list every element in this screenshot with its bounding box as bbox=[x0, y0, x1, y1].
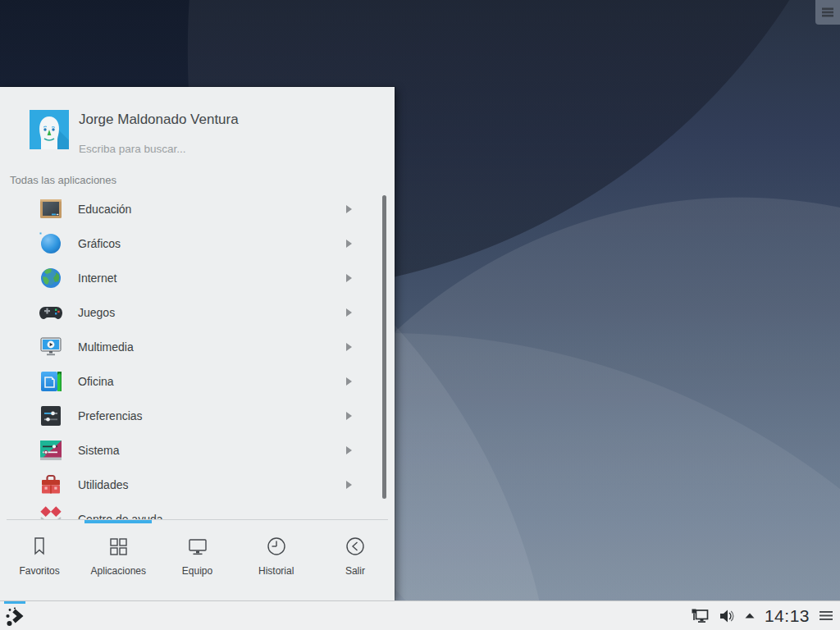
system-tray: 14:13 bbox=[691, 601, 833, 630]
computer-icon bbox=[185, 534, 210, 559]
hamburger-icon bbox=[821, 7, 834, 18]
tab-label: Equipo bbox=[182, 565, 212, 577]
tab-favoritos[interactable]: Favoritos bbox=[0, 520, 79, 600]
utilities-icon bbox=[38, 472, 64, 498]
category-item-sistema[interactable]: Sistema bbox=[0, 433, 395, 468]
app-item-centro-de-ayuda[interactable]: Centro de ayuda bbox=[0, 502, 395, 519]
wired-network-icon[interactable] bbox=[691, 608, 710, 624]
category-label: Educación bbox=[78, 203, 131, 216]
tab-label: Favoritos bbox=[19, 565, 59, 577]
desktop-toolbox-button[interactable] bbox=[815, 0, 840, 25]
category-item-juegos[interactable]: Juegos bbox=[0, 295, 395, 330]
clock-icon bbox=[264, 534, 289, 559]
launcher-active-indicator bbox=[4, 601, 25, 604]
submenu-arrow-icon bbox=[346, 412, 352, 420]
list-scrollbar[interactable] bbox=[382, 195, 386, 499]
multimedia-icon bbox=[38, 334, 64, 360]
tab-equipo[interactable]: Equipo bbox=[158, 520, 236, 600]
category-item-preferencias[interactable]: Preferencias bbox=[0, 399, 395, 433]
education-icon bbox=[38, 196, 64, 222]
category-label: Juegos bbox=[78, 306, 115, 319]
tab-label: Aplicaciones bbox=[91, 565, 146, 577]
games-icon bbox=[38, 299, 64, 326]
graphics-icon bbox=[38, 231, 64, 257]
category-label: Preferencias bbox=[78, 409, 143, 422]
digital-clock[interactable]: 14:13 bbox=[765, 606, 810, 626]
user-avatar[interactable] bbox=[30, 110, 69, 149]
taskbar-panel: 14:13 bbox=[0, 600, 840, 630]
category-item-graficos[interactable]: Gráficos bbox=[0, 226, 395, 261]
category-item-oficina[interactable]: Oficina bbox=[0, 364, 395, 399]
category-label: Utilidades bbox=[78, 478, 128, 491]
preferences-icon bbox=[38, 403, 64, 429]
app-label: Centro de ayuda bbox=[78, 513, 163, 519]
bookmark-icon bbox=[27, 534, 52, 559]
office-icon bbox=[38, 368, 64, 395]
submenu-arrow-icon bbox=[346, 377, 352, 386]
submenu-arrow-icon bbox=[346, 446, 352, 454]
leave-icon bbox=[343, 534, 368, 559]
category-label: Gráficos bbox=[78, 237, 121, 250]
category-item-educacion[interactable]: Educación bbox=[0, 192, 395, 226]
submenu-arrow-icon bbox=[346, 205, 352, 213]
overflow-menu-icon[interactable] bbox=[819, 609, 833, 622]
category-label: Oficina bbox=[78, 375, 114, 388]
search-input[interactable]: Escriba para buscar... bbox=[79, 143, 186, 155]
category-item-multimedia[interactable]: Multimedia bbox=[0, 330, 395, 364]
user-name: Jorge Maldonado Ventura bbox=[79, 112, 239, 128]
application-launcher-popup: Jorge Maldonado Ventura Escriba para bus… bbox=[0, 87, 395, 600]
tab-salir[interactable]: Salir bbox=[316, 520, 395, 600]
tab-historial[interactable]: Historial bbox=[237, 520, 316, 600]
application-launcher-button[interactable] bbox=[2, 601, 28, 630]
category-label: Sistema bbox=[78, 444, 120, 457]
category-label: Internet bbox=[78, 272, 116, 285]
category-item-utilidades[interactable]: Utilidades bbox=[0, 468, 395, 502]
launcher-tabbar: Favoritos Aplicaciones Equipo bbox=[0, 520, 395, 600]
submenu-arrow-icon bbox=[346, 481, 352, 489]
internet-icon bbox=[38, 265, 64, 291]
category-item-internet[interactable]: Internet bbox=[0, 261, 395, 295]
kickoff-logo-icon bbox=[5, 606, 26, 628]
submenu-arrow-icon bbox=[346, 343, 352, 351]
app-grid-icon bbox=[106, 534, 130, 559]
breadcrumb-all-applications[interactable]: Todas las aplicaciones bbox=[10, 174, 116, 186]
category-label: Multimedia bbox=[78, 340, 134, 354]
help-center-icon bbox=[38, 506, 64, 519]
application-category-list: Educación Gráficos bbox=[0, 192, 395, 519]
system-icon bbox=[38, 437, 64, 463]
tab-label: Historial bbox=[258, 565, 294, 577]
launcher-header: Jorge Maldonado Ventura Escriba para bus… bbox=[0, 87, 395, 169]
submenu-arrow-icon bbox=[346, 308, 352, 317]
tab-aplicaciones[interactable]: Aplicaciones bbox=[79, 520, 158, 600]
submenu-arrow-icon bbox=[346, 240, 352, 248]
desktop-wallpaper: Jorge Maldonado Ventura Escriba para bus… bbox=[0, 0, 840, 630]
volume-icon[interactable] bbox=[719, 609, 735, 623]
tab-label: Salir bbox=[345, 565, 365, 577]
expand-tray-icon[interactable] bbox=[744, 612, 756, 619]
submenu-arrow-icon bbox=[346, 274, 352, 282]
